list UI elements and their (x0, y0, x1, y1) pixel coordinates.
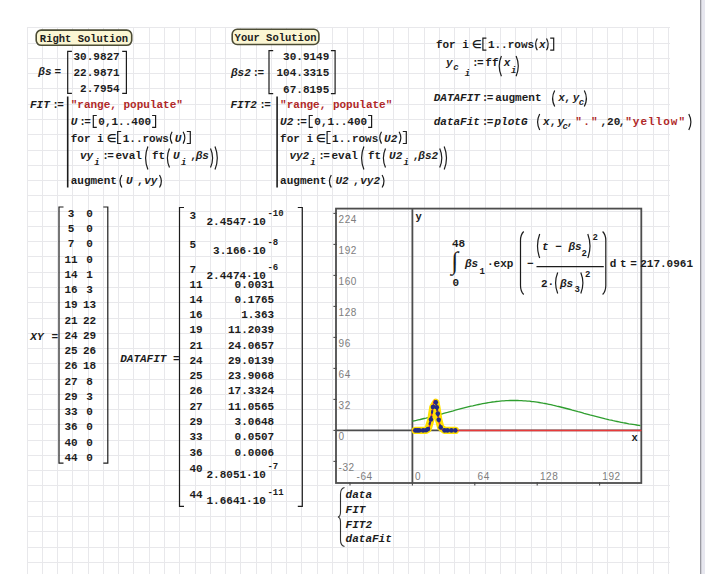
svg-text:0: 0 (86, 238, 93, 250)
svg-text:U: U (173, 150, 180, 162)
svg-text:14: 14 (190, 294, 204, 306)
svg-text:-10: -10 (267, 209, 283, 219)
svg-text:30.9149: 30.9149 (277, 51, 330, 63)
svg-text:augment: augment (71, 175, 117, 187)
svg-text:d: d (610, 258, 617, 270)
svg-text:192: 192 (339, 245, 358, 256)
svg-text:βs: βs (195, 150, 210, 162)
svg-text:26: 26 (190, 385, 203, 397)
svg-text:7: 7 (190, 264, 197, 276)
svg-text:27: 27 (190, 401, 203, 413)
svg-text:Your Solution: Your Solution (235, 32, 317, 44)
svg-text:-6: -6 (267, 263, 278, 273)
svg-text:29.0139: 29.0139 (228, 355, 274, 367)
svg-text:i: i (310, 158, 315, 168)
svg-text:3.166·10: 3.166·10 (213, 245, 266, 257)
svg-text:36: 36 (190, 447, 203, 459)
svg-text:U2: U2 (384, 133, 398, 145)
svg-text:U2: U2 (280, 116, 294, 128)
svg-text:c: c (579, 98, 585, 108)
svg-text:5: 5 (68, 223, 75, 235)
svg-text:βs: βs (464, 258, 479, 270)
svg-text:=: = (630, 258, 637, 270)
svg-text:-8: -8 (267, 238, 278, 248)
svg-text:"range, populate": "range, populate" (280, 99, 392, 111)
svg-text:22: 22 (83, 315, 96, 327)
svg-text:for i: for i (280, 133, 313, 145)
svg-text:"range, populate": "range, populate" (71, 99, 183, 111)
svg-text:vy2: vy2 (289, 150, 309, 162)
svg-text:3: 3 (68, 208, 75, 220)
svg-text:vy: vy (144, 175, 158, 187)
svg-text:11.2039: 11.2039 (228, 324, 274, 336)
svg-text:21: 21 (190, 340, 204, 352)
svg-text:,: , (550, 116, 557, 128)
svg-text:26: 26 (64, 360, 77, 372)
svg-text:,: , (567, 116, 574, 128)
svg-text:vy2: vy2 (360, 175, 380, 187)
svg-text:3: 3 (575, 285, 580, 295)
svg-text:∈: ∈ (472, 38, 482, 50)
svg-text:13: 13 (83, 299, 97, 311)
svg-text:0: 0 (339, 431, 345, 442)
svg-text:7: 7 (68, 238, 75, 250)
svg-text:2: 2 (585, 270, 590, 280)
svg-text:2·: 2· (541, 278, 554, 290)
svg-text:i: i (94, 158, 99, 168)
svg-text:".": "." (575, 116, 599, 128)
svg-text:0: 0 (86, 406, 93, 418)
svg-text:24: 24 (64, 330, 78, 342)
svg-text:25: 25 (190, 370, 204, 382)
svg-text:3: 3 (86, 284, 93, 296)
svg-text:128: 128 (339, 307, 358, 318)
svg-text:DATAFIT: DATAFIT (120, 353, 168, 365)
svg-text:-64: -64 (357, 471, 373, 482)
svg-text:24.0657: 24.0657 (228, 340, 274, 352)
svg-text:x: x (503, 57, 511, 69)
svg-text:U2: U2 (389, 150, 403, 162)
svg-text:,: , (564, 92, 571, 104)
svg-text:27: 27 (64, 376, 77, 388)
svg-text:24: 24 (190, 355, 204, 367)
svg-text:2.8051·10: 2.8051·10 (207, 469, 266, 481)
svg-text:c: c (453, 63, 459, 73)
svg-text:y: y (445, 57, 453, 69)
svg-text:U: U (71, 116, 78, 128)
svg-text:19: 19 (190, 324, 203, 336)
svg-text:11.0565: 11.0565 (228, 401, 275, 413)
svg-text:192: 192 (602, 471, 621, 482)
svg-text:26: 26 (83, 345, 96, 357)
svg-text:t − βs: t − βs (542, 241, 582, 253)
svg-text:29: 29 (64, 391, 77, 403)
svg-text:2: 2 (582, 249, 587, 259)
svg-text:36: 36 (64, 421, 77, 433)
svg-text:plotG: plotG (494, 116, 528, 128)
svg-text:eval: eval (332, 150, 359, 162)
svg-text:∫: ∫ (450, 247, 460, 276)
svg-text:22.9871: 22.9871 (74, 67, 121, 79)
svg-text:18: 18 (83, 360, 97, 372)
svg-text:0: 0 (86, 208, 93, 220)
svg-text:βs2: βs2 (417, 150, 438, 162)
svg-text:40: 40 (190, 463, 203, 475)
svg-text:FIT2: FIT2 (230, 99, 257, 111)
svg-text:16: 16 (64, 284, 77, 296)
svg-text:67.8195: 67.8195 (277, 84, 330, 96)
svg-text:βs: βs (37, 66, 52, 78)
svg-text:2: 2 (593, 233, 598, 243)
svg-text:1.6641·10: 1.6641·10 (207, 495, 266, 507)
svg-text:eval: eval (116, 150, 143, 162)
svg-text:21: 21 (64, 315, 78, 327)
svg-text:-32: -32 (339, 462, 355, 473)
svg-text:19: 19 (64, 299, 77, 311)
svg-text:U2: U2 (335, 175, 349, 187)
svg-text:0,1..400: 0,1..400 (314, 116, 367, 128)
svg-text:2.4547·10: 2.4547·10 (207, 216, 266, 228)
svg-text:1..rows: 1..rows (123, 133, 169, 145)
svg-text:14: 14 (64, 269, 78, 281)
svg-text:0.0006: 0.0006 (235, 447, 275, 459)
svg-text:ft: ft (368, 150, 381, 162)
svg-text:dataFit: dataFit (434, 116, 480, 128)
svg-text:8: 8 (86, 376, 93, 388)
svg-text:i: i (511, 66, 516, 76)
